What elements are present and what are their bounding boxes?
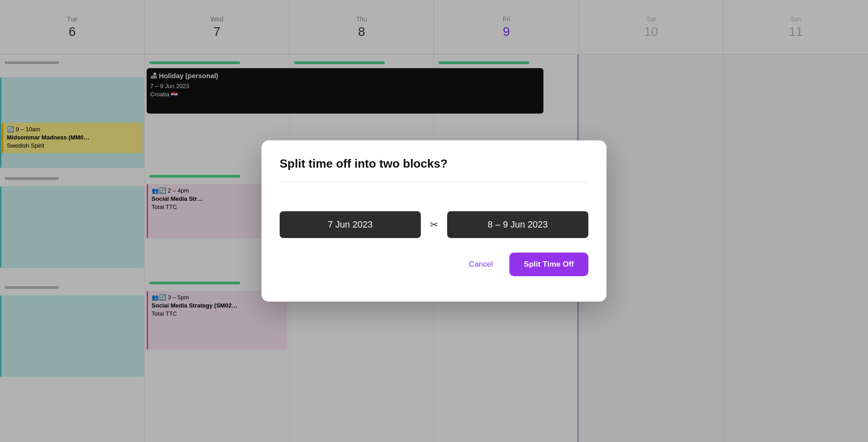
date-blocks-row: 7 Jun 2023 ✂ 8 – 9 Jun 2023 bbox=[280, 211, 588, 238]
split-time-off-button[interactable]: Split Time Off bbox=[509, 253, 588, 276]
dialog-title: Split time off into two blocks? bbox=[280, 157, 588, 182]
scissors-icon: ✂ bbox=[430, 219, 438, 231]
date-block-2: 8 – 9 Jun 2023 bbox=[447, 211, 588, 238]
date-block-1: 7 Jun 2023 bbox=[280, 211, 421, 238]
cancel-button[interactable]: Cancel bbox=[460, 254, 502, 274]
modal-overlay: Split time off into two blocks? 7 Jun 20… bbox=[0, 0, 868, 442]
dialog-content: 7 Jun 2023 ✂ 8 – 9 Jun 2023 Cancel Split… bbox=[280, 193, 588, 287]
dialog-actions: Cancel Split Time Off bbox=[280, 253, 588, 276]
split-dialog: Split time off into two blocks? 7 Jun 20… bbox=[261, 140, 607, 302]
